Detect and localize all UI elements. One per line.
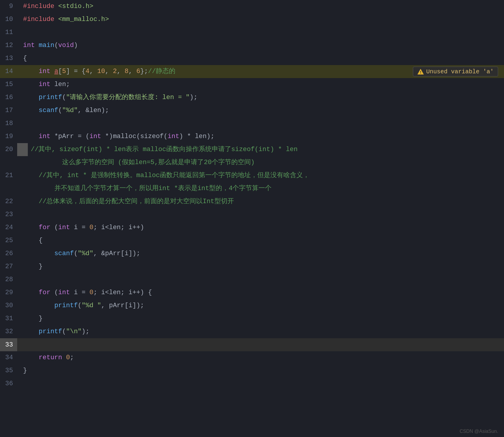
line-number-27: 27 [0, 260, 17, 273]
line-content-29: for (int i = 0; i<len; i++) { [17, 286, 504, 299]
line-content-35: } [17, 364, 504, 377]
code-line-9: 9 #include <stdio.h> [0, 0, 504, 13]
line-number-16: 16 [0, 91, 17, 104]
line-content-34: return 0; [17, 351, 504, 364]
warning-icon: ! [417, 68, 424, 75]
line-content-17: scanf("%d", &len); [17, 104, 504, 117]
line-number-30: 30 [0, 299, 17, 312]
line-number-20: 20 [0, 143, 17, 156]
line-number-24: 24 [0, 221, 17, 234]
line-content-13: { [17, 52, 504, 65]
line-number-22: 22 [0, 195, 17, 208]
line-number-9: 9 [0, 0, 17, 13]
code-line-34: 34 return 0; [0, 351, 504, 364]
line-content-24: for (int i = 0; i<len; i++) [17, 221, 504, 234]
line-number-26: 26 [0, 247, 17, 260]
line-number-15: 15 [0, 78, 17, 91]
code-line-14: 14 int a[5] = {4, 10, 2, 8, 6};//静态的 ! U… [0, 65, 504, 78]
code-line-26: 26 scanf("%d", &pArr[i]); [0, 247, 504, 260]
line-number-18: 18 [0, 117, 17, 130]
code-line-28: 28 [0, 273, 504, 286]
code-line-32: 32 printf("\n"); [0, 325, 504, 338]
warning-text: Unused variable 'a' [426, 68, 494, 75]
line-number-13: 13 [0, 52, 17, 65]
line-number-31: 31 [0, 312, 17, 325]
line-content-15: int len; [17, 78, 504, 91]
line-number-32: 32 [0, 325, 17, 338]
code-line-35: 35 } [0, 364, 504, 377]
code-line-20: 20 //其中, sizeof(int) * len表示 malloc函数向操作… [0, 143, 504, 169]
code-line-31: 31 } [0, 312, 504, 325]
line-number-33-active: 33 [0, 338, 17, 351]
code-line-30: 30 printf("%d ", pArr[i]); [0, 299, 504, 312]
line-content-21: //其中, int * 是强制性转换。malloc函数只能返回第一个字节的地址，… [17, 169, 504, 195]
line-number-19: 19 [0, 130, 17, 143]
code-line-21: 21 //其中, int * 是强制性转换。malloc函数只能返回第一个字节的… [0, 169, 504, 195]
code-line-25: 25 { [0, 234, 504, 247]
line-content-31: } [17, 312, 504, 325]
code-line-33: 33 [0, 338, 504, 351]
line-content-16: printf("请输入你需要分配的数组长度: len = "); [17, 91, 504, 104]
line-number-17: 17 [0, 104, 17, 117]
code-line-27: 27 } [0, 260, 504, 273]
line-number-28: 28 [0, 273, 17, 286]
line-content-12: int main(void) [17, 39, 504, 52]
line-number-11: 11 [0, 26, 17, 39]
code-line-12: 12 int main(void) [0, 39, 504, 52]
line-content-26: scanf("%d", &pArr[i]); [17, 247, 504, 260]
line-content-10: #include <mm_malloc.h> [17, 13, 504, 26]
line-number-36: 36 [0, 377, 17, 390]
line-number-29: 29 [0, 286, 17, 299]
line-number-25: 25 [0, 234, 17, 247]
code-line-18: 18 [0, 117, 504, 130]
code-line-17: 17 scanf("%d", &len); [0, 104, 504, 117]
line-content-25: { [17, 234, 504, 247]
line-content-22: //总体来说，后面的是分配大空间，前面的是对大空间以Int型切开 [17, 195, 504, 208]
line-number-12: 12 [0, 39, 17, 52]
code-line-16: 16 printf("请输入你需要分配的数组长度: len = "); [0, 91, 504, 104]
line-number-10: 10 [0, 13, 17, 26]
line-number-34: 34 [0, 351, 17, 364]
watermark: CSDN @AsiaSun. [460, 429, 498, 434]
code-line-19: 19 int *pArr = (int *)malloc(sizeof(int)… [0, 130, 504, 143]
warning-badge: ! Unused variable 'a' [413, 67, 498, 77]
line-number-14: 14 [0, 65, 17, 78]
line-content-19: int *pArr = (int *)malloc(sizeof(int) * … [17, 130, 504, 143]
line-content-27: } [17, 260, 504, 273]
line-content-30: printf("%d ", pArr[i]); [17, 299, 504, 312]
line-number-35: 35 [0, 364, 17, 377]
line-content-9: #include <stdio.h> [17, 0, 504, 13]
line-content-32: printf("\n"); [17, 325, 504, 338]
code-line-29: 29 for (int i = 0; i<len; i++) { [0, 286, 504, 299]
svg-text:!: ! [419, 70, 421, 75]
line-content-20: //其中, sizeof(int) * len表示 malloc函数向操作系统申… [28, 143, 504, 169]
code-line-11: 11 [0, 26, 504, 39]
code-line-10: 10 #include <mm_malloc.h> [0, 13, 504, 26]
code-editor: 9 #include <stdio.h> 10 #include <mm_mal… [0, 0, 504, 437]
code-line-15: 15 int len; [0, 78, 504, 91]
code-line-22: 22 //总体来说，后面的是分配大空间，前面的是对大空间以Int型切开 [0, 195, 504, 208]
code-line-13: 13 { [0, 52, 504, 65]
line-number-23: 23 [0, 208, 17, 221]
line-number-21: 21 [0, 169, 17, 182]
code-line-36: 36 [0, 377, 504, 390]
code-line-24: 24 for (int i = 0; i<len; i++) [0, 221, 504, 234]
code-line-23: 23 [0, 208, 504, 221]
